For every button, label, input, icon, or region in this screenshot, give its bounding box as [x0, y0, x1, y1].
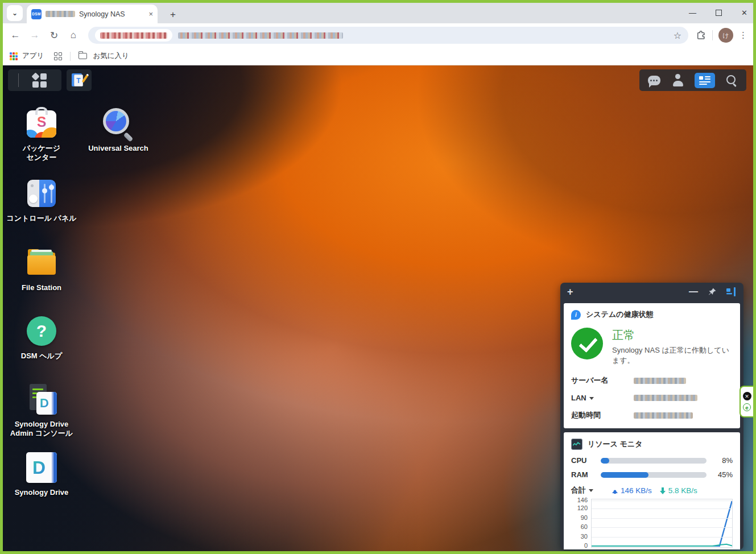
desktop-icon-dsm-help[interactable]: ? DSM ヘルプ: [5, 315, 78, 361]
package-center-icon: S: [25, 107, 58, 140]
open-app-text-editor[interactable]: T: [67, 69, 92, 91]
browser-tab[interactable]: DSM Synology NAS ×: [27, 5, 158, 23]
cpu-percent: 8%: [713, 456, 733, 465]
chart-y-axis: 1461209060300: [567, 499, 591, 548]
cpu-row: CPU 8%: [564, 453, 740, 468]
desktop-icon-universal-search[interactable]: Universal Search: [82, 107, 155, 153]
browser-toolbar: ← → ↻ ⌂ ☆ け ⋮: [3, 23, 753, 47]
healthy-check-icon: [571, 328, 603, 359]
chart-gridline: [592, 527, 732, 528]
y-tick-label: 120: [577, 505, 588, 511]
back-button[interactable]: ←: [9, 30, 22, 41]
extension-e-icon[interactable]: e: [743, 403, 751, 411]
server-name-row: サーバー名: [564, 371, 740, 390]
browser-menu-icon[interactable]: ⋮: [739, 30, 747, 40]
ram-label: RAM: [571, 470, 601, 479]
resource-monitor-widget: リソース モニタ CPU 8% RAM 45% 合計 146 KB/s: [564, 432, 740, 549]
y-tick-label: 60: [581, 523, 588, 530]
reload-button[interactable]: ↻: [47, 30, 61, 42]
network-chart: 1461209060300: [564, 498, 740, 549]
dock-panel-icon[interactable]: [726, 287, 737, 296]
new-tab-button[interactable]: +: [166, 7, 180, 22]
address-bar[interactable]: ☆: [88, 27, 688, 44]
system-health-title: システムの健康状態: [586, 309, 654, 320]
extension-close-icon[interactable]: ✕: [743, 392, 751, 400]
synology-drive-icon: D: [25, 451, 58, 484]
system-health-title-row: i システムの健康状態: [564, 303, 740, 323]
chart-gridline: [592, 518, 732, 519]
collapse-widgets-button[interactable]: —: [689, 287, 698, 297]
upload-arrow-icon: [612, 487, 618, 494]
lan-label: LAN: [571, 394, 586, 402]
extensions-icon[interactable]: [696, 30, 707, 40]
system-tray: [639, 69, 746, 91]
y-tick-label: 30: [581, 533, 588, 540]
redacted-server-name: [634, 378, 686, 384]
cpu-bar: [601, 458, 707, 464]
tab-close-icon[interactable]: ×: [148, 10, 153, 18]
widget-panel: + — i システムの健康状態 正常: [560, 283, 743, 549]
server-name-label: サーバー名: [571, 375, 634, 386]
synology-drive-admin-icon: D: [25, 383, 58, 416]
maximize-button[interactable]: [716, 10, 722, 16]
total-dropdown-caret[interactable]: [589, 489, 593, 494]
bookmark-star-icon[interactable]: ☆: [674, 30, 681, 41]
redacted-domain: [100, 32, 167, 39]
add-widget-button[interactable]: +: [567, 286, 573, 298]
desktop-icon-control-panel[interactable]: コントロール パネル: [5, 177, 78, 223]
bookmark-favorites-folder[interactable]: お気に入り: [93, 51, 129, 61]
search-button[interactable]: [724, 73, 739, 88]
ram-percent: 45%: [713, 470, 733, 479]
widgets-button-active[interactable]: [695, 73, 715, 88]
health-status-text: 正常: [612, 328, 733, 343]
cpu-label: CPU: [571, 456, 601, 465]
close-button[interactable]: ✕: [741, 9, 747, 17]
home-button[interactable]: ⌂: [67, 30, 80, 41]
control-panel-icon: [25, 177, 58, 210]
bookmark-apps[interactable]: アプリ: [22, 51, 44, 61]
desktop-icon-synology-drive[interactable]: D Synology Drive: [5, 451, 78, 497]
tab-search-button[interactable]: ⌄: [7, 5, 23, 21]
dsm-help-icon: ?: [25, 315, 58, 348]
taskbar-divider: [18, 73, 19, 87]
lan-row: LAN: [564, 390, 740, 406]
download-arrow-icon: [660, 487, 666, 494]
resource-chart-plot: [591, 499, 733, 548]
desktop-icon-synology-drive-admin-console[interactable]: D Synology DriveAdmin コンソール: [5, 383, 78, 438]
bookmarks-separator: [70, 52, 71, 61]
dsm-desktop: T: [3, 65, 753, 551]
browser-window: ⌄ DSM Synology NAS × + — ✕ ← → ↻ ⌂ ☆ け ⋮: [0, 0, 756, 554]
redacted-url-path: [178, 32, 343, 39]
lan-dropdown-caret[interactable]: [589, 397, 594, 402]
profile-avatar[interactable]: け: [718, 28, 733, 43]
widgets-icon: [699, 76, 710, 84]
main-menu-button[interactable]: [8, 69, 61, 91]
reading-list-icon[interactable]: [54, 52, 62, 60]
resource-monitor-title-row: リソース モニタ: [564, 432, 740, 453]
ram-bar-fill: [601, 472, 648, 478]
resource-monitor-title: リソース モニタ: [588, 439, 642, 449]
tab-strip: ⌄ DSM Synology NAS × + — ✕: [3, 3, 753, 23]
search-icon: [726, 75, 737, 86]
y-tick-label: 146: [577, 497, 588, 503]
dsm-favicon: DSM: [31, 9, 42, 19]
redacted-uptime: [634, 412, 693, 419]
y-tick-label: 90: [581, 514, 588, 521]
ram-bar: [601, 472, 707, 478]
info-pin-icon: i: [571, 310, 581, 320]
network-total-row: 合計 146 KB/s 5.8 KB/s: [564, 482, 740, 498]
google-apps-icon[interactable]: [10, 52, 18, 60]
health-status-message: Synology NAS は正常に作動しています。: [612, 345, 733, 366]
redacted-tab-text: [46, 11, 75, 17]
forward-button[interactable]: →: [28, 30, 42, 41]
desktop-icon-package-center[interactable]: S パッケージセンター: [5, 107, 78, 162]
notifications-button[interactable]: [647, 73, 662, 88]
chart-gridline: [592, 501, 732, 501]
y-tick-label: 0: [584, 542, 588, 549]
minimize-button[interactable]: —: [689, 9, 696, 17]
user-menu-button[interactable]: [671, 73, 685, 88]
text-editor-icon: T: [72, 73, 86, 88]
uptime-label: 起動時間: [571, 410, 634, 420]
desktop-icon-file-station[interactable]: File Station: [5, 246, 78, 292]
pin-icon[interactable]: [708, 287, 717, 296]
